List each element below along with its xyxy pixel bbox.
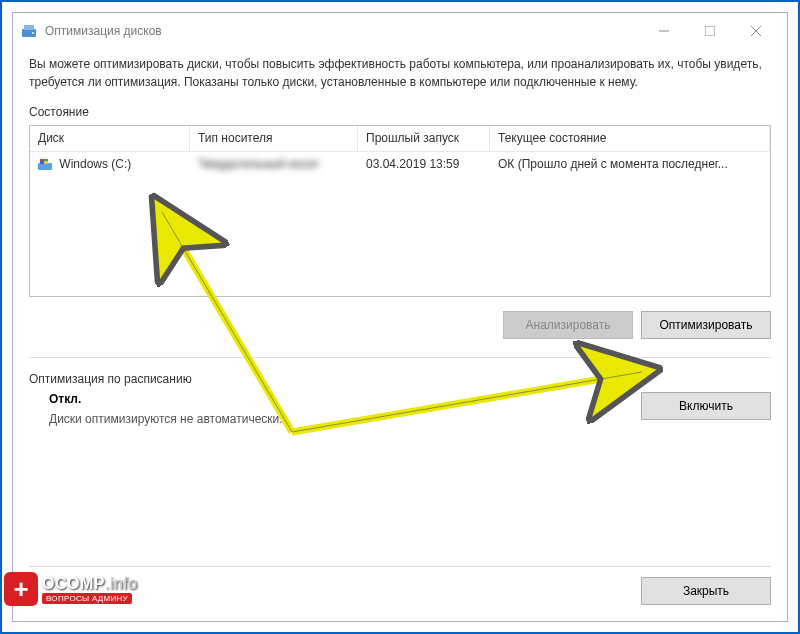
status-section-label: Состояние [29,105,771,119]
svg-rect-11 [44,161,48,164]
close-button[interactable] [733,16,779,46]
media-type-cell: Твердотельный носит [190,157,358,171]
app-icon [21,23,37,39]
svg-point-2 [32,32,34,34]
drive-list[interactable]: Диск Тип носителя Прошлый запуск Текущее… [29,125,771,297]
window-title: Оптимизация дисков [45,24,641,38]
status-cell: ОК (Прошло дней с момента последнег... [490,157,770,171]
svg-rect-1 [24,25,34,30]
maximize-button[interactable] [687,16,733,46]
titlebar: Оптимизация дисков [13,13,787,49]
schedule-status: Откл. [49,392,641,406]
svg-rect-10 [40,161,44,164]
column-last-run[interactable]: Прошлый запуск [358,126,490,151]
drive-row[interactable]: Windows (C:) Твердотельный носит 03.04.2… [30,152,770,176]
analyze-button: Анализировать [503,311,633,339]
watermark-brand: OCOMP.info [42,575,138,593]
optimize-button[interactable]: Оптимизировать [641,311,771,339]
description-text: Вы можете оптимизировать диски, чтобы по… [29,55,771,91]
enable-button[interactable]: Включить [641,392,771,420]
svg-rect-7 [38,163,52,170]
drive-name-cell: Windows (C:) [30,157,190,171]
drive-name: Windows (C:) [59,157,131,171]
column-media-type[interactable]: Тип носителя [190,126,358,151]
svg-rect-4 [705,26,715,36]
watermark: + OCOMP.info ВОПРОСЫ АДМИНУ [4,572,138,606]
watermark-plus-icon: + [4,572,38,606]
schedule-description: Диски оптимизируются не автоматически. [49,412,641,426]
minimize-button[interactable] [641,16,687,46]
column-current-status[interactable]: Текущее состояние [490,126,770,151]
divider [29,357,771,358]
list-header: Диск Тип носителя Прошлый запуск Текущее… [30,126,770,152]
optimize-drives-window: Оптимизация дисков Вы можете оптимизиров… [12,12,788,622]
last-run-cell: 03.04.2019 13:59 [358,157,490,171]
schedule-section-label: Оптимизация по расписанию [29,372,771,386]
watermark-tagline: ВОПРОСЫ АДМИНУ [42,593,132,604]
column-disk[interactable]: Диск [30,126,190,151]
close-dialog-button[interactable]: Закрыть [641,577,771,605]
drive-icon [38,159,52,171]
